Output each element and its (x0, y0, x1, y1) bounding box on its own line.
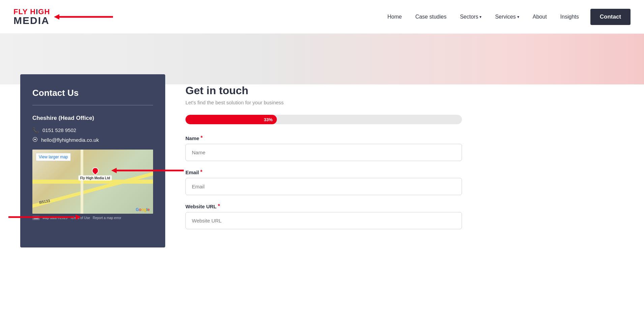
nav-sectors[interactable]: Sectors ▾ (455, 11, 487, 23)
website-label: Website URL * (185, 203, 462, 209)
map-inner: B5133 Fly High Media Ltd View larger map… (32, 150, 153, 214)
progress-bar-label: 33% (264, 117, 273, 122)
nav-about[interactable]: About (527, 11, 552, 23)
form-subtitle: Let's find the best solution for your bu… (185, 100, 462, 105)
email-input[interactable] (185, 178, 462, 195)
website-field: Website URL * (185, 203, 462, 229)
map-data-label: Map data ©2023 (42, 216, 67, 220)
progress-bar-fill: 33% (185, 115, 277, 124)
map-footer: ⌨ Map data ©2023 Terms of Use Report a m… (32, 214, 153, 222)
map-pin-icon (90, 166, 100, 176)
map-road-label: B5133 (39, 199, 50, 204)
logo-fly: FLY H (13, 8, 36, 16)
contact-panel: Contact Us Cheshire (Head Office) 📞 0151… (20, 74, 165, 247)
name-required-indicator: * (201, 135, 203, 141)
logo-arrow (54, 10, 115, 25)
keyboard-icon: ⌨ (32, 216, 40, 220)
nav-home[interactable]: Home (382, 11, 407, 23)
nav-services[interactable]: Services ▾ (490, 11, 524, 23)
email-required-indicator: * (200, 169, 202, 175)
map-container: B5133 Fly High Media Ltd View larger map… (32, 150, 153, 214)
map-pin: Fly High Media Ltd (79, 167, 112, 181)
map-terms-link[interactable]: Terms of Use (70, 216, 90, 220)
sectors-chevron-icon: ▾ (479, 15, 481, 19)
contact-email[interactable]: hello@flyhighmedia.co.uk (41, 137, 99, 143)
nav-insights[interactable]: Insights (555, 11, 584, 23)
nav-case-studies[interactable]: Case studies (410, 11, 452, 23)
google-logo: Google (136, 207, 150, 212)
logo-high-rest: GH (38, 8, 50, 16)
services-chevron-icon: ▾ (517, 15, 519, 19)
contact-divider (32, 105, 153, 105)
contact-phone-row: 📞 0151 528 9502 (32, 127, 153, 133)
form-panel: Get in touch Let's find the best solutio… (185, 74, 462, 247)
map-road-v (81, 150, 83, 214)
contact-phone[interactable]: 0151 528 9502 (42, 127, 76, 133)
main-content: Contact Us Cheshire (Head Office) 📞 0151… (0, 74, 644, 247)
contact-office-name: Cheshire (Head Office) (32, 115, 153, 122)
name-field: Name * (185, 135, 462, 161)
nav-contact-button[interactable]: Contact (590, 9, 631, 25)
name-input[interactable] (185, 144, 462, 161)
progress-bar: 33% (185, 115, 462, 124)
website-input[interactable] (185, 212, 462, 229)
form-title: Get in touch (185, 84, 462, 97)
site-header: FLY HIGH MEDIA Home Case studies Sectors… (0, 0, 644, 34)
website-required-indicator: * (218, 203, 220, 209)
name-label: Name * (185, 135, 462, 141)
email-field: Email * (185, 169, 462, 195)
map-pin-label: Fly High Media Ltd (79, 176, 112, 181)
main-nav: Home Case studies Sectors ▾ Services ▾ A… (382, 9, 631, 25)
logo[interactable]: FLY HIGH MEDIA (13, 8, 50, 26)
logo-high-i: I (36, 8, 38, 16)
phone-icon: 📞 (32, 127, 39, 133)
email-label: Email * (185, 169, 462, 175)
location-icon: ⦿ (32, 137, 38, 143)
svg-marker-1 (54, 14, 59, 20)
logo-media: MEDIA (13, 16, 50, 26)
contact-email-row: ⦿ hello@flyhighmedia.co.uk (32, 137, 153, 143)
map-report-link[interactable]: Report a map error (93, 216, 121, 220)
contact-panel-title: Contact Us (32, 88, 153, 98)
map-view-larger-button[interactable]: View larger map (36, 153, 71, 161)
